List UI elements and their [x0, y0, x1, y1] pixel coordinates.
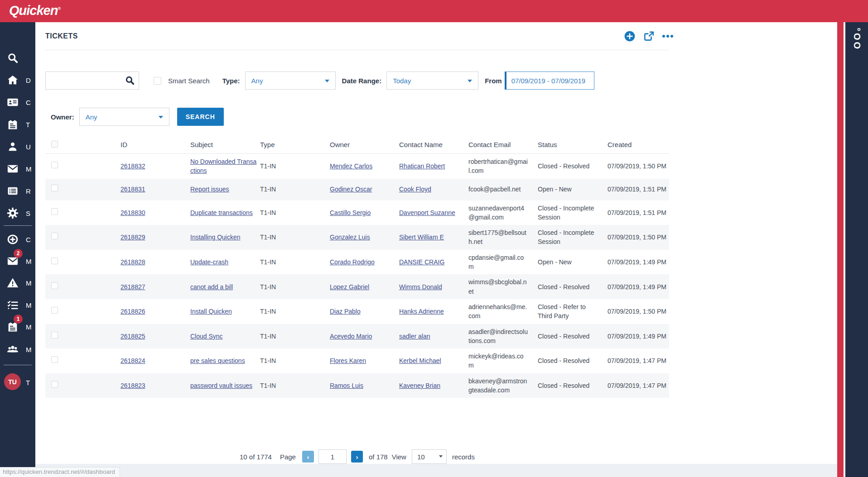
ticket-subject-link[interactable]: canot add a bill — [190, 283, 233, 291]
contact-name-link[interactable]: Kaveney Brian — [399, 382, 440, 389]
ticket-owner-link[interactable]: Flores Karen — [330, 357, 366, 364]
row-checkbox[interactable] — [51, 185, 58, 191]
contact-name-link[interactable]: Wimms Donald — [399, 283, 442, 291]
row-checkbox[interactable] — [51, 258, 58, 264]
contact-card-icon — [6, 95, 19, 109]
sidebar-item-create[interactable]: C — [0, 228, 35, 250]
header-subject[interactable]: Subject — [190, 141, 260, 148]
contact-name-link[interactable]: Kerbel Michael — [399, 357, 441, 364]
search-box — [45, 72, 139, 90]
ticket-id-link[interactable]: 2618823 — [121, 382, 145, 389]
user-avatar[interactable]: TU — [4, 373, 21, 390]
header-status[interactable]: Status — [538, 141, 608, 148]
owner-select[interactable]: Any — [79, 108, 169, 126]
contact-name-link[interactable]: Rhatican Robert — [399, 162, 445, 170]
ticket-owner-link[interactable]: Acevedo Mario — [330, 333, 372, 340]
ticket-subject-link[interactable]: pre sales questions — [190, 357, 245, 364]
ticket-owner-link[interactable]: Castillo Sergio — [330, 209, 371, 216]
date-range-select[interactable]: Today — [386, 72, 478, 90]
ticket-owner-link[interactable]: Ramos Luis — [330, 382, 363, 389]
ticket-id-link[interactable]: 2618828 — [121, 258, 145, 266]
ticket-id-link[interactable]: 2618830 — [121, 209, 145, 216]
ticket-owner-link[interactable]: Godinez Oscar — [330, 186, 372, 193]
contact-name-link[interactable]: DANSIE CRAIG — [399, 258, 444, 266]
ticket-type: T1-IN — [260, 357, 276, 364]
sidebar-item-my-tickets[interactable]: 1 M — [0, 315, 35, 338]
contact-email: wimms@sbcglobal.net — [468, 278, 527, 295]
row-checkbox[interactable] — [51, 381, 58, 388]
ticket-id-link[interactable]: 2618826 — [121, 308, 145, 315]
row-checkbox[interactable] — [51, 356, 58, 363]
ticket-subject-link[interactable]: Update-crash — [190, 258, 228, 266]
ticket-subject-link[interactable]: Report issues — [190, 186, 229, 193]
ticket-owner-link[interactable]: Lopez Gabriel — [330, 283, 369, 291]
ticket-subject-link[interactable]: Duplicate transactions — [190, 209, 253, 216]
right-collapsed-panel[interactable]: °OO — [845, 22, 868, 477]
contact-name-link[interactable]: sadler alan — [399, 333, 430, 340]
ticket-status: Closed - Resolved — [538, 162, 589, 170]
sidebar-item-search[interactable] — [0, 47, 35, 69]
date-range-input[interactable]: 07/09/2019 - 07/09/2019 — [505, 72, 594, 90]
header-type[interactable]: Type — [260, 141, 330, 148]
ticket-owner-link[interactable]: Corado Rodrigo — [330, 258, 375, 266]
ticket-subject-link[interactable]: password vault issues — [190, 382, 252, 389]
search-icon[interactable] — [124, 75, 135, 88]
ticket-icon — [6, 118, 19, 131]
ticket-owner-link[interactable]: Diaz Pablo — [330, 308, 361, 315]
type-select[interactable]: Any — [245, 72, 336, 90]
ticket-id-link[interactable]: 2618832 — [121, 162, 145, 170]
contact-name-link[interactable]: Hanks Adrienne — [399, 308, 444, 315]
sidebar-item-users[interactable]: U — [0, 135, 35, 157]
next-page-button[interactable]: › — [351, 451, 363, 463]
add-ticket-button[interactable] — [623, 30, 636, 42]
ticket-subject-link[interactable]: Cloud Sync — [190, 333, 223, 340]
ticket-id-link[interactable]: 2618829 — [121, 234, 145, 241]
sidebar-item-teams[interactable]: M — [0, 338, 35, 360]
contact-name-link[interactable]: Cook Floyd — [399, 186, 431, 193]
sidebar-item-messages[interactable]: 2 M — [0, 250, 35, 272]
ticket-id-link[interactable]: 2618824 — [121, 357, 145, 364]
vertical-tab-label[interactable]: °OO — [852, 28, 862, 477]
ticket-subject-link[interactable]: Installing Quicken — [190, 234, 241, 241]
row-checkbox[interactable] — [51, 282, 58, 289]
row-checkbox[interactable] — [51, 233, 58, 239]
sidebar-item-settings[interactable]: S — [0, 202, 35, 224]
row-checkbox[interactable] — [51, 162, 58, 168]
ticket-type: T1-IN — [260, 283, 276, 291]
sidebar-item-contacts[interactable]: C — [0, 91, 35, 113]
sidebar-item-dashboard[interactable]: D — [0, 69, 35, 91]
sidebar-item-label: R — [26, 187, 31, 195]
ticket-id-link[interactable]: 2618831 — [121, 186, 145, 193]
ticket-subject-link[interactable]: No Downloaded Transactions — [190, 158, 256, 174]
previous-page-button[interactable]: ‹ — [302, 451, 314, 463]
header-contact-email[interactable]: Contact Email — [468, 141, 538, 148]
ticket-owner-link[interactable]: Mendez Carlos — [330, 162, 372, 170]
ticket-id-link[interactable]: 2618827 — [121, 283, 145, 291]
sidebar-item-mail[interactable]: M — [0, 157, 35, 180]
sidebar-item-reports[interactable]: R — [0, 180, 35, 202]
more-options-button[interactable] — [661, 30, 674, 42]
smart-search-checkbox[interactable] — [154, 77, 161, 85]
row-checkbox[interactable] — [51, 208, 58, 215]
ticket-owner-link[interactable]: Gonzalez Luis — [330, 234, 370, 241]
row-checkbox[interactable] — [51, 332, 58, 339]
select-all-checkbox[interactable] — [51, 141, 58, 148]
header-id[interactable]: ID — [121, 141, 190, 148]
contact-name-link[interactable]: Davenport Suzanne — [399, 209, 455, 216]
header-contact-name[interactable]: Contact Name — [399, 141, 468, 148]
ticket-id-link[interactable]: 2618825 — [121, 333, 145, 340]
header-owner[interactable]: Owner — [330, 141, 399, 148]
ticket-subject-link[interactable]: Install Quicken — [190, 308, 232, 315]
export-share-button[interactable] — [642, 30, 655, 42]
sidebar-item-tickets[interactable]: T — [0, 113, 35, 135]
header-created[interactable]: Created — [608, 141, 669, 148]
search-button[interactable]: SEARCH — [177, 108, 224, 126]
records-per-page-select[interactable]: 10 — [412, 449, 447, 464]
contact-name-link[interactable]: Sibert William E — [399, 234, 444, 241]
page-number-input[interactable] — [318, 449, 347, 464]
sidebar-item-alerts[interactable]: M — [0, 272, 35, 294]
sidebar-item-profile[interactable]: TU T — [0, 373, 35, 391]
top-bar: Quicken® — [0, 0, 868, 22]
sidebar-item-tasks[interactable]: M — [0, 294, 35, 316]
row-checkbox[interactable] — [51, 307, 58, 314]
